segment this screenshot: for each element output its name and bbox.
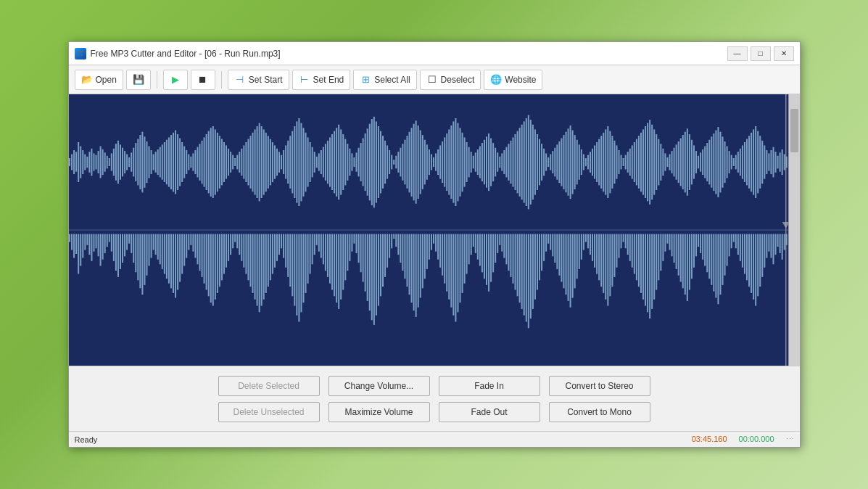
svg-rect-239 bbox=[596, 142, 598, 182]
svg-rect-236 bbox=[589, 152, 590, 173]
fade-out-button[interactable]: Fade Out bbox=[439, 402, 540, 422]
svg-rect-33 bbox=[141, 132, 143, 193]
svg-rect-242 bbox=[603, 133, 604, 192]
svg-rect-75 bbox=[234, 158, 236, 166]
maximize-button[interactable]: □ bbox=[751, 46, 771, 61]
website-icon: 🌐 bbox=[490, 74, 502, 86]
svg-rect-343 bbox=[104, 234, 105, 253]
svg-rect-149 bbox=[397, 152, 399, 173]
scrollbar-thumb[interactable] bbox=[790, 109, 798, 152]
svg-rect-207 bbox=[525, 118, 526, 206]
svg-rect-415 bbox=[263, 234, 264, 300]
svg-rect-165 bbox=[432, 157, 434, 167]
change-volume-button[interactable]: Change Volume... bbox=[328, 376, 430, 396]
svg-rect-10 bbox=[91, 149, 92, 176]
svg-rect-156 bbox=[413, 124, 414, 201]
convert-stereo-button[interactable]: Convert to Stereo bbox=[549, 376, 650, 396]
svg-rect-609 bbox=[690, 234, 692, 279]
svg-rect-329 bbox=[73, 234, 75, 258]
svg-rect-119 bbox=[331, 134, 333, 190]
website-button[interactable]: 🌐 Website bbox=[484, 70, 542, 90]
svg-rect-38 bbox=[152, 155, 154, 170]
svg-rect-136 bbox=[368, 124, 370, 201]
svg-rect-383 bbox=[192, 234, 194, 252]
svg-rect-307 bbox=[745, 139, 747, 186]
fade-in-button[interactable]: Fade In bbox=[439, 376, 540, 396]
svg-rect-448 bbox=[336, 234, 337, 303]
maximize-volume-button[interactable]: Maximize Volume bbox=[328, 402, 430, 422]
svg-rect-97 bbox=[283, 150, 284, 174]
convert-mono-button[interactable]: Convert to Mono bbox=[549, 402, 650, 422]
svg-rect-173 bbox=[450, 126, 452, 199]
svg-rect-618 bbox=[711, 234, 712, 285]
svg-rect-185 bbox=[476, 149, 478, 175]
svg-rect-163 bbox=[428, 149, 429, 175]
svg-rect-363 bbox=[148, 234, 149, 266]
play-button[interactable]: ▶ bbox=[163, 70, 188, 90]
svg-rect-260 bbox=[642, 129, 643, 194]
deselect-button[interactable]: ☐ Deselect bbox=[420, 70, 481, 90]
svg-rect-371 bbox=[165, 234, 167, 279]
svg-rect-146 bbox=[391, 155, 392, 170]
svg-rect-275 bbox=[675, 144, 677, 179]
svg-rect-390 bbox=[207, 234, 209, 297]
svg-rect-339 bbox=[95, 234, 96, 249]
svg-rect-607 bbox=[686, 234, 687, 301]
svg-rect-289 bbox=[706, 143, 708, 181]
svg-rect-213 bbox=[539, 139, 540, 186]
svg-rect-256 bbox=[633, 142, 635, 182]
svg-rect-410 bbox=[252, 234, 253, 293]
svg-rect-219 bbox=[552, 151, 553, 173]
status-resize-icon: ⋯ bbox=[786, 435, 794, 444]
svg-rect-309 bbox=[751, 133, 752, 192]
svg-rect-561 bbox=[584, 234, 586, 242]
main-window: 🎵 Free MP3 Cutter and Editor - [06 - Run… bbox=[68, 41, 801, 448]
svg-rect-630 bbox=[737, 234, 738, 255]
minimize-button[interactable]: — bbox=[727, 46, 748, 61]
svg-rect-65 bbox=[212, 126, 213, 198]
svg-rect-592 bbox=[653, 234, 655, 300]
svg-rect-108 bbox=[307, 137, 308, 186]
svg-rect-273 bbox=[671, 151, 672, 173]
select-all-button[interactable]: ⊞ Select All bbox=[353, 70, 416, 90]
svg-rect-311 bbox=[755, 126, 756, 198]
save-button[interactable]: 💾 bbox=[126, 70, 151, 90]
svg-rect-328 bbox=[71, 234, 73, 250]
svg-rect-530 bbox=[516, 234, 518, 297]
close-button[interactable]: ✕ bbox=[774, 46, 794, 61]
svg-rect-622 bbox=[719, 234, 721, 295]
set-start-button[interactable]: ⊣ Set Start bbox=[228, 70, 289, 90]
svg-rect-391 bbox=[210, 234, 211, 303]
svg-rect-3 bbox=[75, 152, 77, 172]
svg-rect-499 bbox=[448, 234, 450, 300]
svg-rect-650 bbox=[781, 234, 782, 260]
svg-rect-366 bbox=[154, 234, 156, 255]
waveform-area[interactable] bbox=[69, 94, 800, 366]
svg-rect-608 bbox=[688, 234, 690, 290]
svg-rect-284 bbox=[695, 151, 697, 173]
stop-button[interactable]: ⏹ bbox=[191, 70, 215, 90]
set-end-icon: ⊢ bbox=[299, 74, 310, 86]
svg-rect-367 bbox=[157, 234, 158, 260]
svg-rect-441 bbox=[320, 234, 321, 258]
svg-rect-30 bbox=[135, 143, 136, 181]
svg-rect-563 bbox=[589, 234, 590, 255]
svg-rect-211 bbox=[534, 129, 535, 194]
svg-rect-141 bbox=[379, 131, 381, 194]
delete-unselected-button[interactable]: Delete Unselected bbox=[218, 402, 320, 422]
svg-rect-526 bbox=[508, 234, 509, 271]
open-button[interactable]: 📂 Open bbox=[75, 70, 123, 90]
svg-rect-478 bbox=[402, 234, 403, 271]
svg-rect-306 bbox=[743, 142, 745, 182]
delete-selected-button[interactable]: Delete Selected bbox=[218, 376, 320, 396]
toolbar: 📂 Open 💾 ▶ ⏹ ⊣ Set Start ⊢ Set End ⊞ Sel… bbox=[69, 65, 800, 94]
svg-rect-95 bbox=[278, 152, 280, 173]
svg-rect-515 bbox=[483, 234, 484, 279]
svg-rect-189 bbox=[485, 136, 487, 187]
svg-rect-386 bbox=[199, 234, 200, 271]
svg-rect-235 bbox=[587, 155, 588, 170]
vertical-scrollbar[interactable] bbox=[788, 94, 800, 366]
svg-rect-380 bbox=[186, 234, 187, 258]
svg-rect-573 bbox=[611, 234, 613, 287]
set-end-button[interactable]: ⊢ Set End bbox=[292, 70, 351, 90]
